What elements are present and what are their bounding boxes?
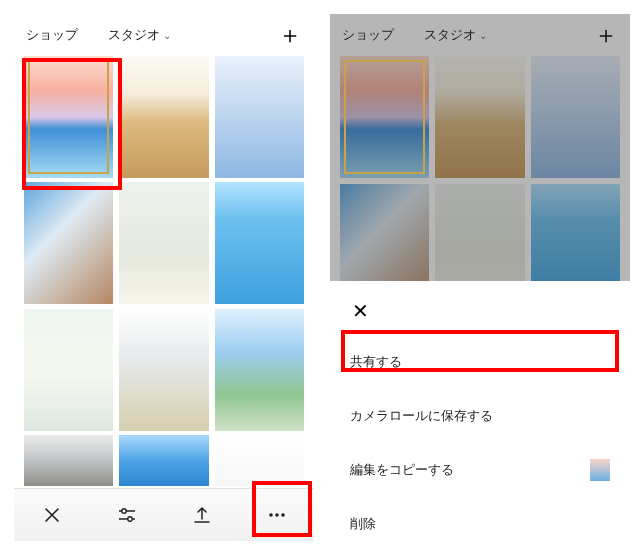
sliders-icon: [116, 504, 138, 526]
chevron-down-icon: ⌄: [163, 30, 171, 41]
chevron-down-icon: ⌄: [479, 30, 487, 41]
svg-point-1: [127, 517, 131, 521]
header: ショップ スタジオ⌄ ＋: [330, 14, 630, 56]
upload-icon: [191, 504, 213, 526]
sheet-copy-edits[interactable]: 編集をコピーする: [350, 443, 610, 497]
sheet-share[interactable]: 共有する: [350, 335, 610, 389]
sheet-close-button[interactable]: ✕: [350, 299, 610, 335]
close-icon: [42, 505, 62, 525]
sheet-delete[interactable]: 削除: [350, 497, 610, 551]
action-sheet: ✕ 共有する カメラロールに保存する 編集をコピーする 削除: [330, 281, 630, 541]
plus-icon[interactable]: ＋: [278, 23, 302, 47]
screen-studio-grid: ショップ スタジオ⌄ ＋: [14, 14, 314, 541]
plus-icon: ＋: [594, 23, 618, 47]
thumbnail[interactable]: [215, 309, 304, 431]
tab-studio-label: スタジオ: [424, 27, 476, 42]
thumbnail[interactable]: [215, 435, 304, 486]
svg-point-4: [281, 513, 285, 517]
svg-point-3: [275, 513, 279, 517]
thumbnail[interactable]: [24, 309, 113, 431]
tab-studio[interactable]: スタジオ⌄: [108, 26, 171, 44]
more-icon: [266, 504, 288, 526]
sheet-thumbnail-icon: [590, 459, 610, 481]
sheet-save-camera-roll[interactable]: カメラロールに保存する: [350, 389, 610, 443]
thumbnail: [531, 56, 620, 178]
tab-shop: ショップ: [342, 26, 394, 44]
thumbnail-selected: [340, 56, 429, 178]
thumbnail[interactable]: [24, 435, 113, 486]
close-button[interactable]: [30, 493, 74, 537]
photo-grid: [14, 56, 314, 486]
thumbnail[interactable]: [119, 435, 208, 486]
sheet-copy-edits-label: 編集をコピーする: [350, 462, 454, 479]
thumbnail[interactable]: [119, 309, 208, 431]
screen-actions-sheet: ショップ スタジオ⌄ ＋ ✕ 共有する カメラロールに保存する 編集をコピーする: [330, 14, 630, 541]
more-button[interactable]: [255, 493, 299, 537]
thumbnail[interactable]: [215, 56, 304, 178]
thumbnail-selected[interactable]: [24, 56, 113, 178]
tab-studio-label: スタジオ: [108, 27, 160, 42]
header: ショップ スタジオ⌄ ＋: [14, 14, 314, 56]
thumbnail[interactable]: [119, 56, 208, 178]
bottom-toolbar: [14, 488, 314, 541]
tab-studio: スタジオ⌄: [424, 26, 487, 44]
svg-point-2: [269, 513, 273, 517]
thumbnail[interactable]: [119, 182, 208, 304]
svg-point-0: [121, 509, 125, 513]
tab-shop[interactable]: ショップ: [26, 26, 78, 44]
upload-button[interactable]: [180, 493, 224, 537]
adjust-button[interactable]: [105, 493, 149, 537]
thumbnail[interactable]: [24, 182, 113, 304]
thumbnail: [435, 56, 524, 178]
thumbnail[interactable]: [215, 182, 304, 304]
